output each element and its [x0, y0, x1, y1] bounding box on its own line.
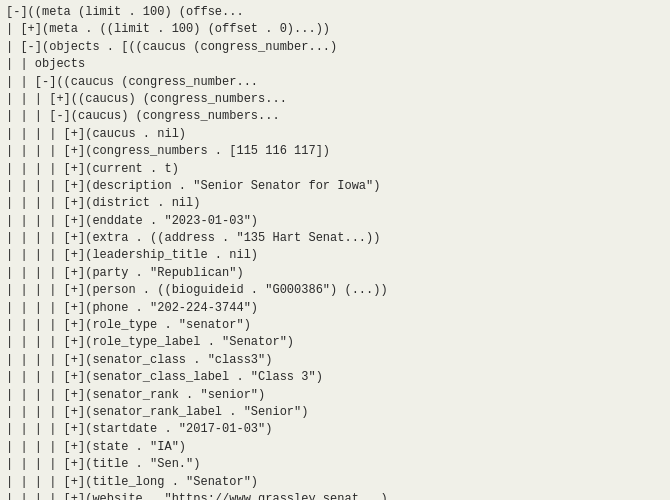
code-line[interactable]: | | | | [+](leadership_title . nil) [6, 247, 664, 264]
code-line[interactable]: | | | [+]((caucus) (congress_numbers... [6, 91, 664, 108]
code-line[interactable]: | | | | [+](enddate . "2023-01-03") [6, 213, 664, 230]
code-line[interactable]: | | objects [6, 56, 664, 73]
code-line[interactable]: | | | | [+](extra . ((address . "135 Har… [6, 230, 664, 247]
code-line[interactable]: | | | | [+](phone . "202-224-3744") [6, 300, 664, 317]
code-line[interactable]: | | | | [+](role_type_label . "Senator") [6, 334, 664, 351]
code-line[interactable]: [-]((meta (limit . 100) (offse... [6, 4, 664, 21]
code-line[interactable]: | | | | [+](senator_rank_label . "Senior… [6, 404, 664, 421]
code-line[interactable]: | | | | [+](role_type . "senator") [6, 317, 664, 334]
code-line[interactable]: | | | | [+](senator_class_label . "Class… [6, 369, 664, 386]
code-line[interactable]: | | | [-](caucus) (congress_numbers... [6, 108, 664, 125]
code-line[interactable]: | | | | [+](startdate . "2017-01-03") [6, 421, 664, 438]
code-line[interactable]: | | | | [+](district . nil) [6, 195, 664, 212]
code-line[interactable]: | | | | [+](senator_class . "class3") [6, 352, 664, 369]
code-line[interactable]: | | | | [+](title . "Sen.") [6, 456, 664, 473]
code-line[interactable]: | | | | [+](current . t) [6, 161, 664, 178]
code-line[interactable]: | | | | [+](congress_numbers . [115 116 … [6, 143, 664, 160]
code-output: [-]((meta (limit . 100) (offse... | [+](… [0, 0, 670, 500]
code-line[interactable]: | [+](meta . ((limit . 100) (offset . 0)… [6, 21, 664, 38]
code-line[interactable]: | | | | [+](caucus . nil) [6, 126, 664, 143]
code-line[interactable]: | | | | [+](title_long . "Senator") [6, 474, 664, 491]
code-line[interactable]: | | | | [+](person . ((bioguideid . "G00… [6, 282, 664, 299]
code-line[interactable]: | | | | [+](description . "Senior Senato… [6, 178, 664, 195]
code-line[interactable]: | | [-]((caucus (congress_number... [6, 74, 664, 91]
code-line[interactable]: | | | | [+](senator_rank . "senior") [6, 387, 664, 404]
code-line[interactable]: | [-](objects . [((caucus (congress_numb… [6, 39, 664, 56]
code-line[interactable]: | | | | [+](state . "IA") [6, 439, 664, 456]
code-line[interactable]: | | | | [+](website . "https://www.grass… [6, 491, 664, 500]
code-line[interactable]: | | | | [+](party . "Republican") [6, 265, 664, 282]
